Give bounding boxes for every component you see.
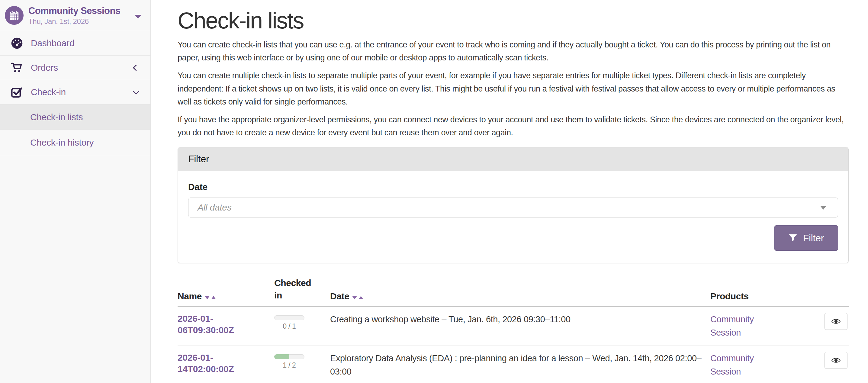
sidebar-item-label: Dashboard xyxy=(31,38,74,48)
sort-asc-icon[interactable] xyxy=(359,296,363,299)
sort-desc-icon[interactable] xyxy=(352,296,357,299)
main-content: Check-in lists You can create check-in l… xyxy=(152,0,868,383)
page-title: Check-in lists xyxy=(178,7,849,34)
table-row: 2026-01-06T09:30:00Z 0 / 1 Creating a wo… xyxy=(178,307,849,346)
cart-icon xyxy=(11,62,24,74)
event-date-cell: Creating a workshop website – Tue, Jan. … xyxy=(330,307,710,346)
caret-down-icon xyxy=(820,206,826,210)
sidebar: Community Sessions Thu, Jan. 1st, 2026 D… xyxy=(0,0,151,383)
column-header-date[interactable]: Date xyxy=(330,277,710,307)
column-header-products: Products xyxy=(710,277,783,307)
checkin-lists-table: Name Checked in Date Products 2026-01-06… xyxy=(178,277,849,383)
chevron-down-icon xyxy=(133,88,139,94)
dashboard-icon xyxy=(11,37,24,49)
caret-down-icon[interactable] xyxy=(135,15,141,19)
date-select-value: All dates xyxy=(197,202,231,213)
product-link[interactable]: Community Session xyxy=(710,352,776,378)
column-header-checked-in: Checked in xyxy=(274,277,330,307)
event-name: Community Sessions xyxy=(28,5,135,16)
column-header-name[interactable]: Name xyxy=(178,277,274,307)
sidebar-item-checkin[interactable]: Check-in xyxy=(0,80,150,104)
checkin-progress-bar xyxy=(274,354,304,359)
sidebar-item-dashboard[interactable]: Dashboard xyxy=(0,31,150,55)
sidebar-item-label: Check-in lists xyxy=(30,112,83,122)
divider xyxy=(0,155,150,155)
filter-panel-header: Filter xyxy=(178,148,848,171)
date-field-label: Date xyxy=(188,182,838,192)
sort-asc-icon[interactable] xyxy=(211,296,216,299)
product-link[interactable]: Community Session xyxy=(710,313,776,339)
table-row: 2026-01-14T02:00:00Z 1 / 2 Exploratory D… xyxy=(178,346,849,383)
event-switcher[interactable]: Community Sessions Thu, Jan. 1st, 2026 xyxy=(0,0,150,31)
chevron-left-icon xyxy=(133,64,139,71)
sort-desc-icon[interactable] xyxy=(205,296,210,299)
date-select[interactable]: All dates xyxy=(188,197,838,218)
sidebar-item-label: Orders xyxy=(31,63,58,73)
checkin-list-link[interactable]: 2026-01-06T09:30:00Z xyxy=(178,313,267,336)
view-button[interactable] xyxy=(825,313,847,330)
intro-paragraph-3: If you have the appropriate organizer-le… xyxy=(178,113,849,139)
view-button[interactable] xyxy=(825,352,847,369)
check-square-icon xyxy=(11,86,24,98)
eye-icon xyxy=(831,357,841,364)
sidebar-item-label: Check-in xyxy=(31,87,66,97)
event-logo xyxy=(5,6,24,25)
sidebar-item-label: Check-in history xyxy=(30,137,94,148)
checkin-list-link[interactable]: 2026-01-14T02:00:00Z xyxy=(178,352,267,375)
sidebar-item-checkin-lists[interactable]: Check-in lists xyxy=(0,104,150,130)
intro-paragraph-1: You can create check-in lists that you c… xyxy=(178,38,849,64)
sort-icons[interactable] xyxy=(205,291,216,301)
event-date-cell: Exploratory Data Analysis (EDA) : pre-pl… xyxy=(330,346,710,383)
intro-paragraph-2: You can create multiple check-in lists t… xyxy=(178,69,849,108)
checkin-progress-bar xyxy=(274,315,304,320)
filter-button[interactable]: Filter xyxy=(774,225,838,251)
funnel-icon xyxy=(788,234,797,242)
calendar-icon xyxy=(8,10,20,21)
filter-panel: Filter Date All dates Filter xyxy=(178,147,849,263)
filter-button-label: Filter xyxy=(803,232,824,244)
sidebar-item-orders[interactable]: Orders xyxy=(0,55,150,80)
eye-icon xyxy=(831,318,841,325)
sort-icons[interactable] xyxy=(352,291,363,301)
table-header-row: Name Checked in Date Products xyxy=(178,277,849,307)
sidebar-item-checkin-history[interactable]: Check-in history xyxy=(0,130,150,155)
column-header-actions xyxy=(783,277,849,307)
checkin-progress-label: 1 / 2 xyxy=(274,361,304,370)
event-date: Thu, Jan. 1st, 2026 xyxy=(28,17,135,26)
checkin-progress-label: 0 / 1 xyxy=(274,322,304,330)
